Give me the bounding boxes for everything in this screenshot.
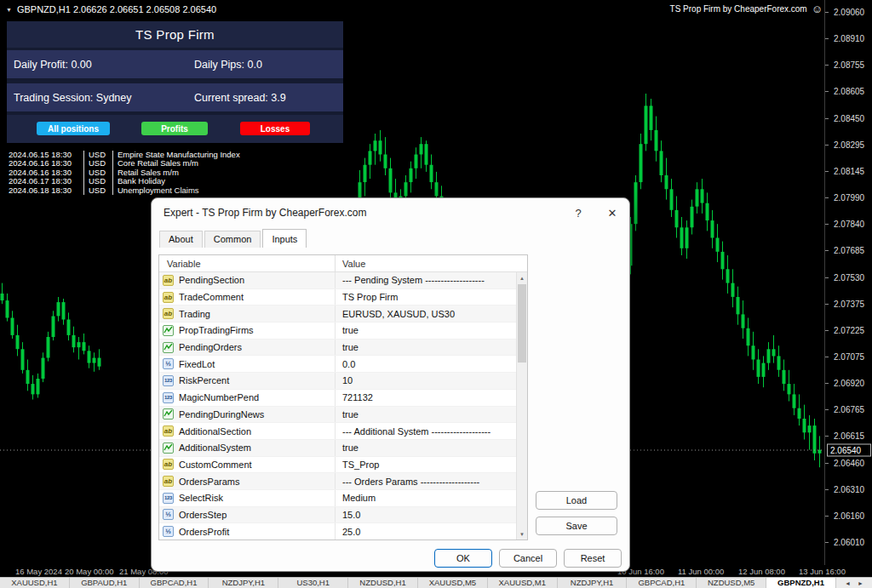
param-value-cell[interactable]: true [335,440,516,456]
price-axis-label: 2.06765 [834,405,864,414]
param-row[interactable]: abCustomCommentTS_Prop [159,457,516,474]
param-row[interactable]: 123RiskPercent10 [159,373,516,390]
param-value-cell[interactable]: EURUSD, XAUSUD, US30 [335,305,516,322]
param-name-text: OrdersStep [179,510,227,520]
save-button[interactable]: Save [536,517,617,535]
param-name-cell: abTradeComment [159,292,335,303]
param-row[interactable]: ½OrdersStep15.0 [159,507,516,524]
param-value-cell[interactable]: TS_Prop [335,457,516,473]
chart-tab-nzdjpy-h1[interactable]: NZDJPY,H1 [558,578,628,588]
ea-status-icon[interactable]: ☺ [812,5,823,14]
price-tick [825,436,829,437]
dialog-tab-about[interactable]: About [159,231,203,248]
panel-button-losses[interactable]: Losses [240,122,310,135]
load-button[interactable]: Load [536,491,617,510]
chart-tab-xauusd-m1[interactable]: XAUUSD,M1 [488,578,558,588]
chart-tab-gbpcad-h1[interactable]: GBPCAD,H1 [627,578,697,588]
time-axis-label: 13 Jun 16:00 [799,567,846,576]
param-value-cell[interactable]: 15.0 [335,507,516,523]
param-row[interactable]: abTradingEURUSD, XAUSUD, US30 [159,305,516,323]
param-row[interactable]: ½FixedLot0.0 [159,356,516,373]
param-name-text: CustomComment [179,460,252,470]
table-scrollbar[interactable]: ▲ ▼ [516,272,527,539]
price-tick [825,542,829,543]
dialog-tab-common[interactable]: Common [204,231,261,248]
param-name-cell: AdditionalSystem [159,442,335,454]
price-tick [825,38,829,39]
param-name-text: PendingSection [179,275,244,285]
string-param-icon: ab [163,476,174,487]
string-param-icon: ab [163,308,174,319]
scroll-down-icon[interactable]: ▼ [517,528,527,539]
price-axis-label: 2.06310 [834,484,864,494]
param-name-cell: 123SelectRisk [159,493,335,504]
price-axis-label: 2.07990 [834,193,864,203]
param-row[interactable]: PropTradingFirmstrue [159,323,516,340]
dialog-tab-inputs[interactable]: Inputs [262,229,307,248]
param-value-cell[interactable]: Medium [335,490,516,506]
param-name-text: AdditionalSystem [179,442,251,453]
param-row[interactable]: PendingDuringNewstrue [159,407,516,424]
param-row[interactable]: abOrdersParams--- Orders Params --------… [159,473,516,490]
param-value-cell[interactable]: true [335,323,516,339]
dialog-tab-strip: AboutCommonInputs [152,227,629,248]
param-row[interactable]: AdditionalSystemtrue [159,440,516,457]
price-tick [825,357,829,357]
price-tick [825,463,829,464]
param-value-cell[interactable]: 0.0 [335,356,516,372]
param-name-cell: ½OrdersStep [159,509,335,520]
cancel-button[interactable]: Cancel [499,549,557,568]
param-value-cell[interactable]: 25.0 [335,523,516,539]
param-row[interactable]: ½OrdersProfit25.0 [159,523,516,539]
price-axis-label: 2.08145 [834,166,864,175]
chart-tab-gbpcad-h1[interactable]: GBPCAD,H1 [140,578,209,588]
scrollbar-thumb[interactable] [518,284,526,363]
param-value-cell[interactable]: 721132 [335,390,516,406]
chart-tab-us30-h1[interactable]: US30,H1 [278,578,348,588]
param-row[interactable]: abPendingSection--- Pending System -----… [159,272,516,289]
param-value-cell[interactable]: --- Orders Params ------------------- [335,473,516,489]
symbol-dropdown-icon[interactable]: ▼ [6,7,12,13]
chart-tab-xauusd-m5[interactable]: XAUUSD,M5 [418,578,488,588]
price-axis-label: 2.07075 [834,351,864,361]
param-value-cell[interactable]: true [335,407,516,423]
param-value-cell[interactable]: --- Pending System ------------------- [335,272,516,288]
help-button[interactable]: ? [561,200,595,225]
reset-button[interactable]: Reset [564,549,622,568]
price-tick [825,409,829,410]
panel-button-profits[interactable]: Profits [141,122,208,135]
chart-tab-nzdjpy-h1[interactable]: NZDJPY,H1 [209,578,278,588]
param-row[interactable]: 123SelectRiskMedium [159,490,516,507]
dialog-titlebar[interactable]: Expert - TS Prop Firm by CheaperForex.co… [152,198,629,227]
param-value-cell[interactable]: 10 [335,373,516,389]
chart-tab-xauusd-h1[interactable]: XAUUSD,H1 [0,578,70,588]
chart-tab-gbpaud-h1[interactable]: GBPAUD,H1 [70,578,140,588]
param-value-cell[interactable]: TS Prop Firm [335,289,516,305]
tabs-scroll-left-icon[interactable]: ◄ [845,580,851,586]
param-value-cell[interactable]: true [335,340,516,356]
param-name-text: OrdersProfit [179,527,229,537]
scroll-up-icon[interactable]: ▲ [517,272,527,283]
bool-param-icon [163,325,174,336]
param-name-cell: abTrading [159,308,335,319]
param-row[interactable]: abTradeCommentTS Prop Firm [159,289,516,306]
chart-tab-nzdusd-m5[interactable]: NZDUSD,M5 [697,578,766,588]
param-value-cell[interactable]: --- Additional System ------------------… [335,423,516,439]
param-name-text: SelectRisk [179,493,223,503]
ok-button[interactable]: OK [434,549,492,568]
chart-tab-gbpnzd-h1[interactable]: GBPNZD,H1 [766,578,836,588]
param-row[interactable]: PendingOrderstrue [159,340,516,357]
chart-tabs-bar: XAUUSD,H1GBPAUD,H1GBPCAD,H1NZDJPY,H1US30… [0,577,872,588]
param-name-text: AdditionalSection [179,426,251,437]
price-tick [825,118,829,119]
param-row[interactable]: abAdditionalSection--- Additional System… [159,423,516,440]
tabs-scroll-right-icon[interactable]: ► [858,580,863,586]
price-axis-label: 2.08755 [834,60,864,70]
price-tick [825,145,829,146]
close-button[interactable]: ✕ [595,200,629,225]
param-row[interactable]: 123MagicNumberPend721132 [159,390,516,407]
price-tick [825,65,829,66]
panel-button-all-positions[interactable]: All positions [37,122,110,135]
chart-tab-nzdusd-h1[interactable]: NZDUSD,H1 [348,578,418,588]
price-tick [825,197,829,198]
